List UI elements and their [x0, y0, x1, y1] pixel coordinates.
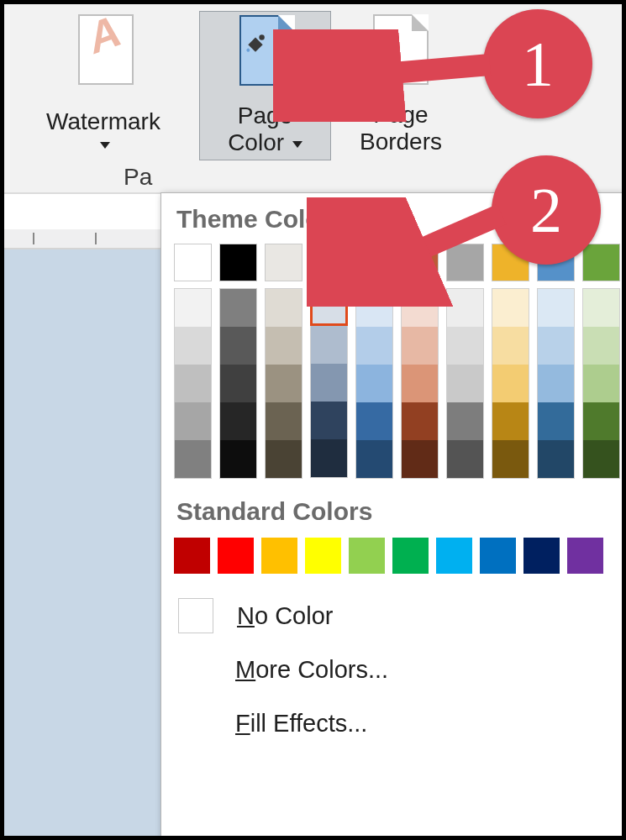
page-color-icon [239, 15, 295, 86]
theme-shade-swatch[interactable] [492, 288, 529, 327]
theme-shade-swatch[interactable] [174, 327, 212, 365]
theme-shade-swatch[interactable] [582, 327, 620, 365]
theme-shade-swatch[interactable] [582, 288, 620, 327]
standard-colors-row [174, 538, 623, 574]
theme-shade-swatch[interactable] [265, 288, 302, 327]
annotation-badge-1: 1 [483, 9, 592, 118]
theme-color-swatch[interactable] [265, 244, 302, 281]
theme-shade-swatch[interactable] [265, 440, 302, 479]
page-color-button[interactable]: Page Color [199, 11, 331, 160]
page-borders-button[interactable]: Page Borders [334, 11, 468, 159]
theme-shade-swatch[interactable] [355, 440, 393, 479]
screenshot-frame: A Watermark Page Color [0, 0, 626, 840]
theme-shade-swatch[interactable] [310, 326, 348, 364]
theme-shade-swatch[interactable] [582, 402, 620, 440]
standard-colors-heading: Standard Colors [176, 497, 623, 526]
theme-shade-swatch[interactable] [265, 365, 302, 402]
theme-shade-swatch[interactable] [401, 402, 439, 440]
more-colors-menuitem[interactable]: More Colors... [161, 643, 623, 696]
theme-shade-swatch[interactable] [310, 439, 348, 478]
annotation-badge-2: 2 [492, 155, 601, 265]
theme-shade-swatch[interactable] [219, 288, 257, 327]
chevron-down-icon [100, 142, 110, 149]
standard-color-swatch[interactable] [567, 538, 603, 574]
theme-color-swatch[interactable] [446, 244, 484, 281]
no-color-label: No Color [237, 602, 333, 630]
theme-shade-swatch[interactable] [537, 327, 575, 365]
ruler [4, 229, 160, 248]
theme-shade-swatch[interactable] [446, 327, 484, 365]
theme-shade-swatch[interactable] [492, 365, 529, 402]
page-color-dropdown: Theme Colors Standard Colors No Color Mo… [160, 192, 623, 840]
theme-shade-swatch[interactable] [492, 327, 529, 365]
document-page-preview [4, 248, 160, 840]
standard-color-swatch[interactable] [305, 538, 341, 574]
theme-shade-swatch[interactable] [355, 365, 393, 402]
chevron-down-icon [292, 141, 302, 148]
theme-shade-swatch[interactable] [265, 327, 302, 365]
theme-shade-swatch[interactable] [174, 365, 212, 402]
theme-shade-swatch[interactable] [446, 288, 484, 327]
theme-shade-swatch[interactable] [446, 365, 484, 402]
theme-shade-swatch[interactable] [537, 440, 575, 479]
page-borders-icon [373, 14, 429, 85]
theme-shade-swatch[interactable] [355, 402, 393, 440]
standard-color-swatch[interactable] [349, 538, 385, 574]
standard-color-swatch[interactable] [480, 538, 516, 574]
theme-color-swatch[interactable] [582, 244, 620, 281]
theme-color-swatch[interactable] [219, 244, 257, 281]
watermark-button[interactable]: A Watermark [11, 11, 196, 159]
watermark-icon: A [78, 14, 134, 85]
theme-shade-swatch[interactable] [537, 365, 575, 402]
theme-shade-swatch[interactable] [446, 440, 484, 479]
standard-color-swatch[interactable] [436, 538, 472, 574]
theme-color-swatch[interactable] [174, 244, 212, 281]
theme-shade-swatch[interactable] [537, 402, 575, 440]
page-color-label-1: Page [238, 102, 292, 129]
theme-shade-swatch[interactable] [537, 288, 575, 327]
theme-shade-swatch[interactable] [174, 440, 212, 479]
theme-color-swatch[interactable] [355, 244, 393, 281]
theme-shade-swatch[interactable] [355, 327, 393, 365]
theme-shade-swatch[interactable] [582, 365, 620, 402]
page-borders-label-1: Page [373, 102, 428, 128]
fill-effects-menuitem[interactable]: Fill Effects... [161, 696, 623, 750]
theme-shades-grid [174, 288, 623, 479]
standard-color-swatch[interactable] [261, 538, 297, 574]
svg-point-0 [259, 34, 265, 40]
theme-color-swatch[interactable] [401, 244, 439, 281]
theme-shade-swatch[interactable] [401, 327, 439, 365]
more-colors-label: More Colors... [235, 656, 388, 684]
no-color-menuitem[interactable]: No Color [161, 589, 623, 643]
theme-shade-swatch[interactable] [219, 365, 257, 402]
theme-shade-swatch[interactable] [219, 440, 257, 479]
theme-shade-swatch[interactable] [401, 440, 439, 479]
standard-color-swatch[interactable] [392, 538, 429, 574]
fill-effects-label: Fill Effects... [235, 710, 367, 738]
theme-shade-swatch[interactable] [265, 402, 302, 440]
theme-shade-swatch[interactable] [310, 288, 348, 326]
paint-bucket-icon [245, 32, 266, 54]
theme-shade-swatch[interactable] [582, 440, 620, 479]
theme-shade-swatch[interactable] [492, 440, 529, 479]
theme-color-swatch[interactable] [310, 244, 348, 281]
theme-shade-swatch[interactable] [310, 402, 348, 439]
standard-color-swatch[interactable] [523, 538, 560, 574]
theme-shade-swatch[interactable] [219, 327, 257, 365]
ribbon-group-label: Pa [124, 164, 152, 191]
page-color-label-2: Color [228, 129, 284, 155]
theme-shade-swatch[interactable] [401, 365, 439, 402]
theme-shade-swatch[interactable] [446, 402, 484, 440]
theme-shade-swatch[interactable] [174, 402, 212, 440]
theme-shade-swatch[interactable] [355, 288, 393, 327]
theme-shade-swatch[interactable] [219, 402, 257, 440]
page-borders-label-2: Borders [360, 129, 442, 155]
standard-color-swatch[interactable] [174, 538, 210, 574]
theme-shade-swatch[interactable] [401, 288, 439, 327]
standard-color-swatch[interactable] [218, 538, 254, 574]
no-color-swatch [178, 598, 213, 633]
theme-shade-swatch[interactable] [174, 288, 212, 327]
theme-shade-swatch[interactable] [492, 402, 529, 440]
theme-shade-swatch[interactable] [310, 364, 348, 402]
